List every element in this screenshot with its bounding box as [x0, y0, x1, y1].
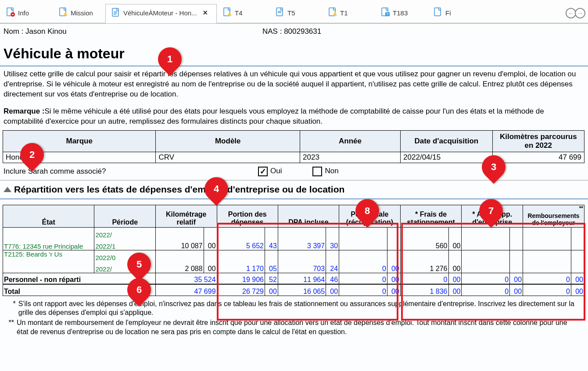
- cell-perte-dec: 00: [387, 284, 400, 296]
- cell-ass-int[interactable]: [462, 250, 510, 273]
- cell-frais-int: 0: [400, 273, 448, 284]
- checkbox-oui[interactable]: ✓Oui: [258, 167, 282, 176]
- cell-frais-dec[interactable]: 00: [448, 250, 462, 273]
- cell-km-dec[interactable]: 00: [204, 250, 217, 273]
- cell-frais-int[interactable]: 1 276: [400, 250, 448, 273]
- fn1-text: S'ils ont rapport avec les dépenses d'em…: [18, 300, 580, 318]
- tab-vehicule-active[interactable]: VéhiculeÀMoteur - Hon... ×: [105, 4, 217, 23]
- cell-remb-dec: 00: [571, 284, 584, 296]
- cell-date-acq[interactable]: 2022/04/15: [401, 152, 492, 163]
- cell-etat[interactable]: T2125: Beards 'r Us: [3, 250, 94, 273]
- doc-warn-icon: [223, 7, 232, 18]
- tab-mission[interactable]: Mission: [53, 4, 105, 23]
- tab-t1[interactable]: T1: [322, 4, 375, 23]
- tab-nav-arrows: ← →: [567, 8, 588, 18]
- doc-help-icon: ?: [381, 7, 390, 18]
- cell-frais-dec[interactable]: 00: [448, 227, 462, 250]
- cell-remb-int[interactable]: [523, 250, 571, 273]
- info-icon: [7, 7, 15, 18]
- cell-dpa-int: 16 065: [278, 284, 326, 296]
- tab-label: Fi: [445, 9, 451, 17]
- cell-frais-int[interactable]: 560: [400, 227, 448, 250]
- cell-ass-dec: 00: [510, 284, 523, 296]
- cell-dpa-int[interactable]: 3 397: [278, 227, 326, 250]
- cell-ass-dec[interactable]: [510, 250, 523, 273]
- cell-modele[interactable]: CRV: [156, 152, 300, 163]
- cell-ass-dec[interactable]: [510, 227, 523, 250]
- content-area: Nom : Jason Kinou NAS : 800293631 Véhicu…: [0, 24, 588, 341]
- doc-icon: [434, 7, 443, 18]
- cell-dpa-dec[interactable]: 24: [326, 250, 339, 273]
- cell-frais-dec: 00: [448, 273, 462, 284]
- nom-value: Jason Kinou: [25, 27, 67, 36]
- cell-perte-int: 0: [339, 273, 387, 284]
- cell-perte-dec: 00: [387, 273, 400, 284]
- cell-portion-dec[interactable]: 43: [265, 227, 278, 250]
- intro-text: Utilisez cette grille de calcul pour sai…: [0, 69, 588, 100]
- tab-t5[interactable]: T5: [269, 4, 322, 23]
- cell-perte-int[interactable]: [339, 227, 387, 250]
- col-remb-star: **: [523, 205, 584, 211]
- nas-value: 800293631: [284, 27, 321, 36]
- oui-label: Oui: [270, 167, 282, 175]
- close-icon[interactable]: ×: [203, 8, 208, 18]
- doc-warn-icon: [59, 7, 68, 18]
- cell-perte-int: 0: [339, 284, 387, 296]
- cell-dpa-int[interactable]: 703: [278, 250, 326, 273]
- tab-label: VéhiculeÀMoteur - Hon...: [123, 9, 197, 17]
- svg-text:?: ?: [387, 12, 389, 16]
- section-header[interactable]: Répartition vers les états de dépenses d…: [0, 182, 588, 197]
- cell-portion-dec[interactable]: 05: [265, 250, 278, 273]
- tab-t4[interactable]: T4: [217, 4, 269, 23]
- cell-remb-dec[interactable]: [571, 250, 584, 273]
- checkbox-non[interactable]: Non: [312, 167, 338, 176]
- tab-label: T1: [340, 9, 348, 17]
- cell-ass-int[interactable]: [462, 227, 510, 250]
- cell-perte-dec[interactable]: 00: [387, 250, 400, 273]
- cell-dpa-dec[interactable]: 30: [326, 227, 339, 250]
- cell-remb-int: 0: [523, 284, 571, 296]
- checkbox-empty-icon: [312, 167, 322, 176]
- col-km-rel: Kilométrage relatif: [156, 205, 217, 227]
- tab-fi[interactable]: Fi: [427, 4, 454, 23]
- col-remb: Remboursements de l'employeur: [523, 211, 584, 228]
- cell-perte-dec[interactable]: [387, 227, 400, 250]
- tab-t183[interactable]: ? T183: [375, 4, 427, 23]
- cell-km-dec[interactable]: 00: [204, 227, 217, 250]
- svg-rect-9: [276, 8, 283, 16]
- tab-label: Info: [18, 9, 29, 17]
- cell-km[interactable]: 47 699: [492, 152, 584, 163]
- cell-period-a[interactable]: 2022/0: [95, 254, 115, 261]
- cell-period-a[interactable]: 2022/: [95, 231, 112, 239]
- cell-dpa-int: 11 964: [278, 273, 326, 284]
- cell-period-b[interactable]: 2022/1: [94, 239, 156, 250]
- cell-portion-int[interactable]: 1 170: [217, 250, 265, 273]
- cell-remb-dec[interactable]: [571, 227, 584, 250]
- tabs-bar: Info Mission VéhiculeÀMoteur - Hon... × …: [0, 0, 588, 24]
- tab-info[interactable]: Info: [0, 4, 53, 23]
- nom-label: Nom :: [4, 27, 23, 36]
- cell-km-int: 47 699: [156, 284, 217, 296]
- col-dpa: DPA incluse: [278, 205, 339, 227]
- table-row: T2125: Beards 'r Us 2022/0 au 2 088 00 1…: [3, 250, 584, 261]
- header-row: Nom : Jason Kinou NAS : 800293631: [0, 24, 588, 38]
- col-modele: Modèle: [156, 130, 300, 152]
- doc-icon: [112, 8, 121, 18]
- remarque-label: Remarque :: [4, 107, 45, 115]
- cell-km-int[interactable]: 10 087: [156, 227, 204, 250]
- nav-forward-icon[interactable]: →: [575, 8, 585, 18]
- cell-portion-int[interactable]: 5 652: [217, 227, 265, 250]
- cell-remb-int[interactable]: [523, 227, 571, 250]
- tab-label: T183: [393, 9, 408, 17]
- cell-etat[interactable]: T776: 12345 rue Principale: [3, 227, 94, 250]
- fn2-text: Un montant de remboursement de l'employe…: [17, 318, 580, 337]
- cell-perte-int[interactable]: 0: [339, 250, 387, 273]
- cell-km-int[interactable]: 2 088: [156, 250, 204, 273]
- section-title: Répartition vers les états de dépenses d…: [14, 184, 344, 195]
- col-km: Kilomètres parcourus en 2022: [492, 130, 584, 152]
- cell-annee[interactable]: 2023: [300, 152, 401, 163]
- page-title: Véhicule à moteur: [0, 38, 588, 64]
- checkbox-checked-icon: ✓: [258, 167, 268, 176]
- nas-label: NAS :: [262, 27, 282, 36]
- tab-label: T4: [235, 9, 243, 17]
